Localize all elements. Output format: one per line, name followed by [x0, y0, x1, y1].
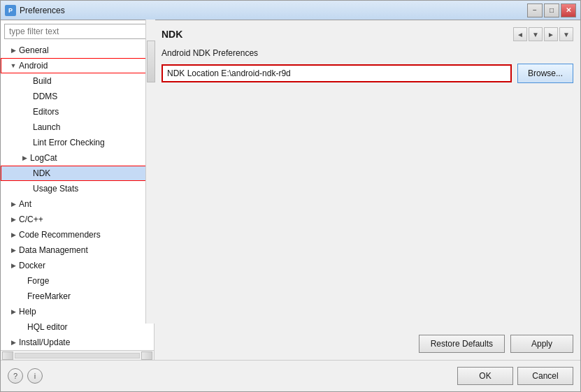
- apply-button[interactable]: Apply: [510, 335, 573, 353]
- sidebar-item-label: Docker: [19, 259, 45, 272]
- sidebar-item-docker[interactable]: Docker: [1, 258, 154, 273]
- window-title: Preferences: [20, 6, 527, 15]
- browse-button[interactable]: Browse...: [517, 64, 573, 83]
- nav-forward-button[interactable]: ►: [544, 27, 558, 41]
- info-icon: i: [34, 372, 36, 380]
- right-panel: NDK ◄ ▼ ► ▼ Android NDK Preferences Brow…: [155, 20, 580, 360]
- panel-title: NDK: [162, 29, 182, 40]
- sidebar-item-code-recommenders[interactable]: Code Recommenders: [1, 227, 154, 242]
- arrow-icon: [9, 338, 17, 347]
- sidebar-item-label: Forge: [27, 275, 49, 287]
- sidebar-hscrollbar[interactable]: [1, 350, 154, 360]
- nav-buttons: ◄ ▼ ► ▼: [513, 27, 573, 41]
- cancel-button[interactable]: Cancel: [517, 367, 573, 385]
- sidebar-item-cpp[interactable]: C/C++: [1, 212, 154, 227]
- ndk-location-input[interactable]: [162, 64, 512, 82]
- arrow-icon: [20, 154, 29, 162]
- window-controls: − □ ✕: [527, 3, 576, 17]
- sidebar-item-label: LogCat: [30, 152, 57, 164]
- sidebar-item-label: Code Recommenders: [19, 228, 101, 241]
- sidebar-item-label: Install/Update: [19, 336, 70, 349]
- sidebar-item-label: Android: [19, 59, 48, 72]
- arrow-icon: [9, 231, 17, 239]
- arrow-icon: [9, 200, 17, 208]
- sidebar-item-label: Build: [33, 75, 52, 87]
- sidebar-item-general[interactable]: General: [1, 43, 154, 58]
- leaf-spacer: [23, 92, 31, 101]
- sidebar-item-label: HQL editor: [27, 321, 68, 333]
- nav-dropdown-button[interactable]: ▼: [529, 27, 543, 41]
- sidebar-item-freemarker[interactable]: FreeMarker: [1, 289, 154, 304]
- sidebar-item-help[interactable]: Help: [1, 304, 154, 319]
- sidebar-item-build[interactable]: Build: [1, 73, 154, 89]
- sidebar-item-usage-stats[interactable]: Usage Stats: [1, 181, 154, 196]
- sidebar-item-label: Usage Stats: [33, 182, 78, 195]
- filter-input[interactable]: [4, 24, 150, 39]
- section-label: Android NDK Preferences: [162, 48, 573, 58]
- sidebar-item-install-update[interactable]: Install/Update: [1, 335, 154, 350]
- sidebar-item-label: NDK: [33, 167, 50, 180]
- panel-header: NDK ◄ ▼ ► ▼: [162, 27, 573, 41]
- sidebar-item-label: Lint Error Checking: [33, 136, 105, 149]
- sidebar-item-launch[interactable]: Launch: [1, 119, 154, 135]
- sidebar-scrollbar[interactable]: [145, 20, 155, 324]
- leaf-spacer: [17, 277, 26, 285]
- main-content: General Android Build D: [1, 20, 580, 360]
- sidebar-item-logcat[interactable]: LogCat: [1, 150, 154, 166]
- leaf-spacer: [17, 323, 26, 331]
- bottom-right-buttons: OK Cancel: [457, 367, 573, 385]
- leaf-spacer: [23, 77, 31, 85]
- sidebar-item-data-management[interactable]: Data Management: [1, 242, 154, 258]
- sidebar-item-label: Data Management: [19, 244, 88, 256]
- leaf-spacer: [23, 108, 31, 116]
- ok-button[interactable]: OK: [457, 367, 513, 385]
- sidebar-item-hql-editor[interactable]: HQL editor: [1, 319, 154, 335]
- sidebar-item-label: Launch: [33, 121, 60, 133]
- restore-defaults-button[interactable]: Restore Defaults: [419, 335, 505, 353]
- sidebar-item-ndk[interactable]: NDK: [1, 166, 154, 181]
- arrow-icon: [9, 61, 17, 70]
- close-button[interactable]: ✕: [561, 3, 576, 17]
- arrow-icon: [9, 261, 17, 270]
- leaf-spacer: [17, 292, 26, 300]
- sidebar-item-ant[interactable]: Ant: [1, 196, 154, 212]
- help-icon: ?: [13, 372, 17, 380]
- leaf-spacer: [23, 184, 31, 193]
- arrow-icon: [9, 246, 17, 254]
- sidebar-item-android[interactable]: Android: [1, 58, 154, 73]
- sidebar-item-editors[interactable]: Editors: [1, 104, 154, 119]
- sidebar-item-ddms[interactable]: DDMS: [1, 89, 154, 104]
- nav-back-button[interactable]: ◄: [513, 27, 527, 41]
- help-button[interactable]: ?: [8, 368, 23, 384]
- ndk-location-row: Browse...: [162, 64, 573, 83]
- arrow-icon: [9, 307, 17, 316]
- sidebar-item-label: FreeMarker: [27, 290, 71, 303]
- leaf-spacer: [23, 138, 31, 147]
- title-bar: P Preferences − □ ✕: [1, 1, 580, 20]
- arrow-icon: [9, 46, 17, 55]
- sidebar-item-label: General: [19, 44, 49, 57]
- preferences-window: P Preferences − □ ✕ General: [0, 0, 581, 392]
- tree-container: General Android Build D: [1, 43, 154, 350]
- sidebar-item-label: DDMS: [33, 90, 57, 103]
- sidebar-item-label: Ant: [19, 198, 31, 210]
- sidebar-item-label: Help: [19, 305, 36, 318]
- sidebar-item-label: C/C++: [19, 213, 43, 226]
- sidebar-item-lint[interactable]: Lint Error Checking: [1, 135, 154, 150]
- window-icon: P: [5, 5, 16, 16]
- arrow-icon: [9, 215, 17, 224]
- sidebar-item-label: Editors: [33, 106, 59, 118]
- info-button[interactable]: i: [27, 368, 43, 384]
- minimize-button[interactable]: −: [527, 3, 543, 17]
- leaf-spacer: [23, 123, 31, 131]
- panel-actions: Restore Defaults Apply: [162, 335, 573, 353]
- restore-button[interactable]: □: [544, 3, 559, 17]
- sidebar: General Android Build D: [1, 20, 155, 360]
- leaf-spacer: [23, 169, 31, 177]
- nav-forward-dropdown-button[interactable]: ▼: [559, 27, 573, 41]
- bottom-bar: ? i OK Cancel: [1, 360, 580, 391]
- sidebar-item-forge[interactable]: Forge: [1, 273, 154, 289]
- bottom-left-icons: ? i: [8, 368, 43, 384]
